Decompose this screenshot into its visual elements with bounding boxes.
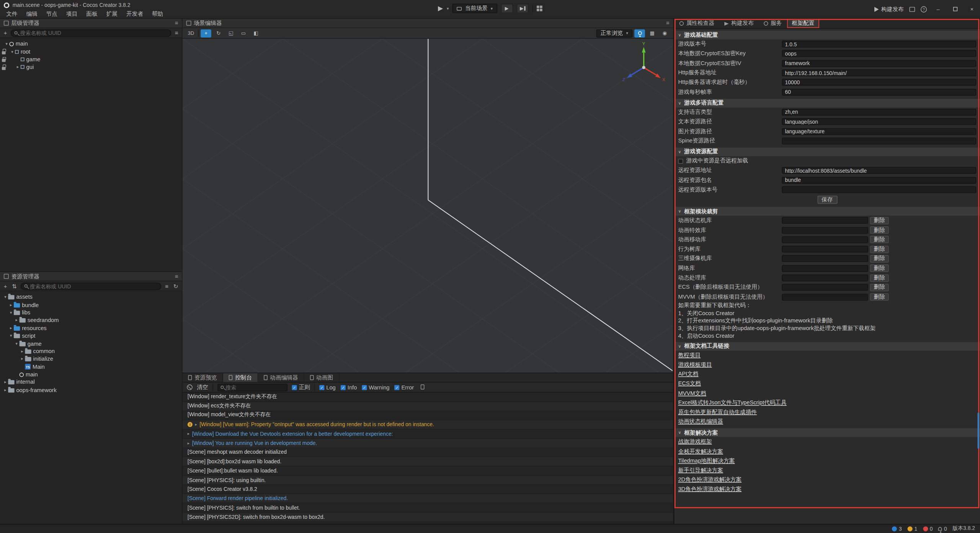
asset-bundle[interactable]: ▸bundle xyxy=(0,301,182,309)
panel-menu-icon[interactable]: ≡ xyxy=(666,20,670,26)
delete-button[interactable]: 删除 xyxy=(870,284,889,291)
view-mode-select[interactable]: 正常浏览 ▾ xyxy=(596,29,632,37)
export-log-icon[interactable] xyxy=(420,384,426,390)
sort-icon[interactable]: ⇅ xyxy=(11,283,18,289)
minimize-button[interactable]: – xyxy=(933,6,944,12)
property-input-Spine资源路径[interactable] xyxy=(782,137,976,144)
doc-link[interactable]: ECS文档 xyxy=(678,380,701,388)
log-row[interactable]: ▸[Window] Download the Vue Devtools exte… xyxy=(183,430,673,439)
expand-arrow[interactable]: ▸ xyxy=(20,356,25,361)
log-row[interactable]: [Scene] [bullet]:bullet wasm lib loaded. xyxy=(183,466,673,476)
hierarchy-node-main[interactable]: ▾main xyxy=(0,40,182,47)
asset-script[interactable]: ▾script xyxy=(0,332,182,340)
doc-link[interactable]: 游戏模板项目 xyxy=(678,361,712,369)
section-header-游戏基础配置[interactable]: ∨游戏基础配置 xyxy=(675,31,980,39)
asset-oops-framework[interactable]: ▸oops-framework xyxy=(0,386,182,394)
info-count-indicator[interactable]: 3 xyxy=(892,526,902,532)
menu-item-编辑[interactable]: 编辑 xyxy=(22,10,42,18)
clear-console-label[interactable]: 清空 xyxy=(197,383,208,391)
regex-toggle[interactable]: ✓ 正则 xyxy=(292,383,310,391)
tab-属性检查器[interactable]: 属性检查器 xyxy=(675,19,720,28)
log-row[interactable]: [Scene] Forward render pipeline initiali… xyxy=(183,494,673,503)
console-search-input[interactable] xyxy=(225,384,284,390)
play-button[interactable] xyxy=(501,4,513,13)
tab-动画编辑器[interactable]: 动画编辑器 xyxy=(258,373,304,382)
doc-link[interactable]: Tiledmap地图解决方案 xyxy=(678,457,735,465)
expand-arrow[interactable]: ▸ xyxy=(20,349,25,354)
scene-viewport[interactable]: Y X Z xyxy=(183,39,673,373)
scene-select[interactable]: 当前场景 ▾ xyxy=(452,4,497,13)
delete-button[interactable]: 删除 xyxy=(870,255,889,263)
delete-button[interactable]: 删除 xyxy=(870,245,889,253)
tab-资源预览[interactable]: 资源预览 xyxy=(183,373,223,382)
rotate-tool-button[interactable]: ↻ xyxy=(213,29,224,37)
expand-arrow[interactable]: ▾ xyxy=(14,341,20,346)
doc-link[interactable]: 动画状态机编辑器 xyxy=(678,418,723,426)
filter-icon[interactable]: ≡ xyxy=(164,283,170,289)
doc-link[interactable]: API文档 xyxy=(678,370,698,378)
asset-game[interactable]: ▾game xyxy=(0,340,182,347)
asset-resources[interactable]: ▸resources xyxy=(0,324,182,332)
asset-seedrandom[interactable]: ▸seedrandom xyxy=(0,316,182,324)
tab-动画图[interactable]: 动画图 xyxy=(304,373,339,382)
menu-item-项目[interactable]: 项目 xyxy=(62,10,82,18)
section-header-框架模块裁剪[interactable]: ∨框架模块裁剪 xyxy=(675,207,980,216)
delete-button[interactable]: 删除 xyxy=(870,236,889,244)
panel-menu-icon[interactable]: ≡ xyxy=(175,273,178,279)
filter-Warning[interactable]: ✓Warning xyxy=(362,384,389,390)
delete-button[interactable]: 删除 xyxy=(870,217,889,224)
assets-search-input[interactable] xyxy=(30,283,158,289)
delete-button[interactable]: 删除 xyxy=(870,265,889,272)
warning-count-indicator[interactable]: 1 xyxy=(907,526,917,532)
expand-arrow[interactable]: ▾ xyxy=(4,41,10,46)
doc-link[interactable]: 原生包热更新配置自动生成插件 xyxy=(678,408,757,416)
anchor-tool-button[interactable]: ◧ xyxy=(251,29,261,37)
package-icon[interactable] xyxy=(910,7,915,12)
scrollbar-thumb[interactable] xyxy=(977,413,979,449)
rect-tool-button[interactable]: ▭ xyxy=(238,29,249,37)
log-row[interactable]: [Window] model_view文件夹不存在 xyxy=(183,411,673,420)
asset-libs[interactable]: ▾libs xyxy=(0,309,182,316)
doc-link[interactable]: 新手引导解决方案 xyxy=(678,466,723,474)
tab-服务[interactable]: 服务 xyxy=(759,19,787,28)
expand-arrow[interactable]: ▸ xyxy=(188,431,189,436)
log-row[interactable]: [Scene] [PHYSICS2D]: switch from box2d-w… xyxy=(183,512,673,522)
hierarchy-search[interactable] xyxy=(11,29,171,37)
asset-initialize[interactable]: ▸initialize xyxy=(0,355,182,363)
property-input-Http服务器地址[interactable] xyxy=(782,69,976,76)
log-row[interactable]: [Scene] [PHYSICS]: switch from builtin t… xyxy=(183,503,673,512)
section-header-框架解决方案[interactable]: ∨框架解决方案 xyxy=(675,428,980,437)
asset-internal[interactable]: ▸internal xyxy=(0,378,182,386)
add-asset-button[interactable]: + xyxy=(3,283,8,289)
step-button[interactable] xyxy=(516,4,528,13)
add-node-button[interactable]: + xyxy=(3,30,8,36)
asset-Main[interactable]: TSMain xyxy=(0,363,182,371)
clear-console-icon[interactable] xyxy=(187,384,193,390)
property-input-远程资源版本号[interactable] xyxy=(782,186,976,193)
log-row[interactable]: [Scene] [PHYSICS]: using builtin. xyxy=(183,476,673,485)
asset-assets[interactable]: ▾assets xyxy=(0,293,182,301)
layout-icon[interactable] xyxy=(536,6,542,11)
assets-search[interactable] xyxy=(21,282,162,290)
expand-arrow[interactable]: ▸ xyxy=(195,422,197,427)
filter-Info[interactable]: ✓Info xyxy=(341,384,357,390)
hierarchy-node-gui[interactable]: ▸gui xyxy=(0,63,182,71)
doc-link[interactable]: 战旗游戏框架 xyxy=(678,438,712,446)
mode-3d-button[interactable]: 3D xyxy=(186,29,196,37)
property-input-文本资源路径[interactable] xyxy=(782,118,976,125)
error-count-indicator[interactable]: 0 xyxy=(923,526,933,532)
filter-icon[interactable]: ≡ xyxy=(173,30,179,36)
expand-arrow[interactable]: ▸ xyxy=(8,302,14,307)
menu-item-面板[interactable]: 面板 xyxy=(82,10,102,18)
expand-arrow[interactable]: ▸ xyxy=(8,325,14,330)
property-input-图片资源路径[interactable] xyxy=(782,128,976,135)
expand-arrow[interactable]: ▸ xyxy=(3,387,8,392)
doc-link[interactable]: 全栈开发解决方案 xyxy=(678,447,723,455)
property-input-本地数据CryptoES加密Key[interactable] xyxy=(782,50,976,57)
asset-common[interactable]: ▸common xyxy=(0,347,182,355)
hierarchy-node-root[interactable]: ▾root xyxy=(0,48,182,56)
move-tool-button[interactable]: + xyxy=(201,29,211,37)
doc-link[interactable]: Excel格式转Json文件与TypeScript代码工具 xyxy=(678,399,786,407)
doc-link[interactable]: 教程项目 xyxy=(678,351,701,359)
preview-target-icon[interactable] xyxy=(438,6,443,11)
